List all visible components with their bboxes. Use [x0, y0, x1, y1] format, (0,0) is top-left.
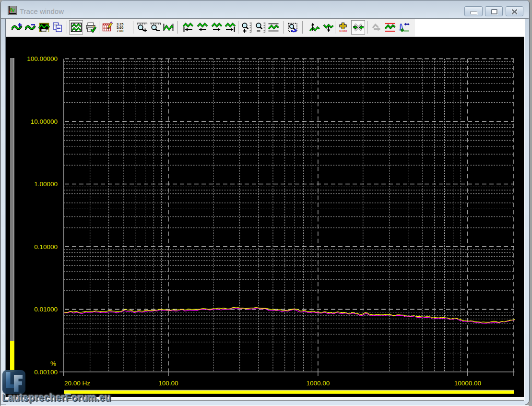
svg-text:%: % [50, 360, 56, 367]
svg-text:10000.00: 10000.00 [454, 380, 481, 387]
svg-text:100.00000: 100.00000 [27, 55, 58, 62]
svg-text:0.00100: 0.00100 [34, 369, 58, 376]
svg-text:7.00: 7.00 [117, 29, 123, 33]
svg-text:1000.00: 1000.00 [306, 380, 330, 387]
svg-text:0.01000: 0.01000 [34, 306, 58, 313]
svg-text:0.10000: 0.10000 [34, 243, 58, 251]
svg-text:1.00000: 1.00000 [34, 180, 58, 188]
svg-text:100.00: 100.00 [158, 380, 178, 387]
svg-text:10.00000: 10.00000 [31, 118, 58, 125]
svg-text:20.00 Hz: 20.00 Hz [64, 380, 90, 387]
svg-text:0.00: 0.00 [339, 29, 347, 33]
